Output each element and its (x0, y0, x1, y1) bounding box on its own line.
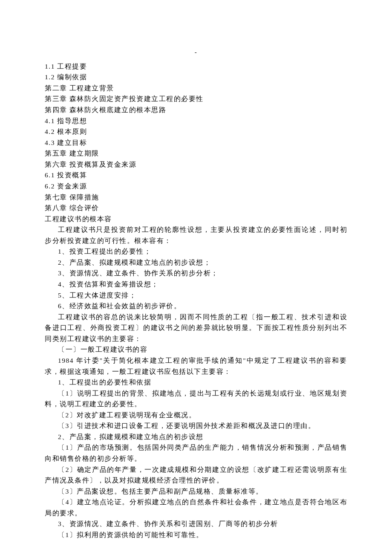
toc-line: 第四章 森林防火根底建立的根本思路 (45, 104, 347, 116)
toc-line: 4.3 建立目标 (45, 137, 347, 148)
toc-line: 第五章 建立期限 (45, 148, 347, 159)
basic-list-item: 4、投资估算和资金筹措设想； (45, 279, 347, 290)
sub-item: 〔2〕对改扩建工程要说明现有企业概况。 (45, 410, 347, 421)
sub-item: 〔1〕说明工程提出的背景、拟建地点，提出与工程有关的长远规划或行业、地区规划资料… (45, 388, 347, 410)
body-paragraph: 工程建议书的容总的说来比较简明，因而不同性质的工程〔指一般工程、技术引进和设备进… (45, 312, 347, 344)
sub-item: 〔3〕引进技术和进口设备工程，还要说明国外技术差距和概况及进口的理由。 (45, 420, 347, 431)
body-paragraph: 1984 年计委"关于简化根本建立工程的审批手续的通知"中规定了工程建议书的容和… (45, 355, 347, 377)
sub-item: 〔3〕产品案设想。包括主要产品和副产品规格、质量标准等。 (45, 486, 347, 497)
numbered-item-title: 3、资源情况、建立条件、协作关系和引进国别、厂商等的初步分析 (45, 518, 347, 529)
top-dash: - (45, 47, 347, 61)
toc-line: 1.2 编制依据 (45, 72, 347, 83)
page-footer: . z. (45, 541, 347, 555)
toc-line: 6.1 投资概算 (45, 170, 347, 181)
toc-line: 第七章 保障措施 (45, 192, 347, 203)
document-page: - 1.1 工程提要 1.2 编制依据 第二章 工程建立背景 第三章 森林防火固… (0, 0, 392, 555)
intro-paragraph: 工程建议书只是投资前对工程的轮廓性设想，主要从投资建立的必要性面论述，同时初步分… (45, 224, 347, 246)
sub-item: 〔4〕建立地点论证。分析拟建立地点的自然条件和社会条件，建立地点是否符合地区布局… (45, 497, 347, 518)
toc-line: 第二章 工程建立背景 (45, 83, 347, 94)
toc-line: 第三章 森林防火固定资产投资建立工程的必要性 (45, 93, 347, 104)
numbered-item-title: 2、产品案，拟建规模和建立地点的初步设想 (45, 431, 347, 442)
basic-list-item: 5、工程大体进度安排； (45, 290, 347, 301)
sub-item: 〔1〕产品的市场预测。包括国外同类产品的生产能力，销售情况分析和预测，产品销售向… (45, 442, 347, 464)
subsection-title: 〔一〕一般工程建议书的容 (45, 344, 347, 355)
basic-list-item: 3、资源情况、建立条件、协作关系的初步分析； (45, 268, 347, 279)
sub-item: 〔1〕拟利用的资源供给的可能性和可靠性。 (45, 529, 347, 541)
basic-list-item: 2、产品案、拟建规模和建立地点的初步设想； (45, 257, 347, 268)
toc-line: 6.2 资金来源 (45, 181, 347, 192)
sub-item: 〔2〕确定产品的年产量，一次建成规模和分期建立的设想〔改扩建工程还需说明原有生产… (45, 464, 347, 486)
basic-list-item: 6、经济效益和社会效益的初步评价。 (45, 301, 347, 312)
toc-line: 第八章 综合评价 (45, 202, 347, 214)
numbered-item-title: 1、工程提出的必要性和依据 (45, 377, 347, 388)
toc-line: 4.2 根本原则 (45, 126, 347, 137)
basic-list-item: 1、投资工程提出的必要性； (45, 246, 347, 257)
section-heading: 工程建议书的根本容 (45, 214, 347, 225)
toc-line: 1.1 工程提要 (45, 61, 347, 72)
toc-line: 4.1 指导思想 (45, 116, 347, 127)
toc-line: 第六章 投资概算及资金来源 (45, 159, 347, 170)
